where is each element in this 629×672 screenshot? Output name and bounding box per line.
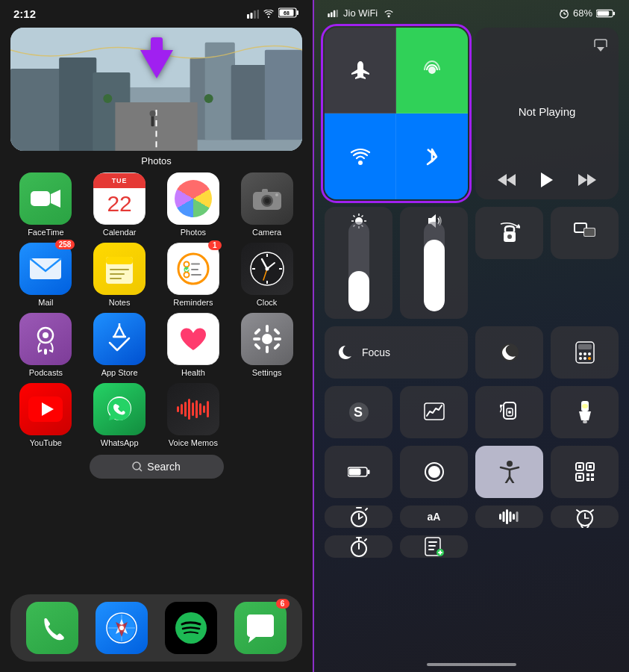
- reminders-icon[interactable]: 1: [167, 243, 219, 295]
- screen-lock-button[interactable]: [475, 207, 543, 259]
- alarm-button[interactable]: [551, 505, 619, 528]
- dock-spotify[interactable]: [165, 602, 217, 654]
- qr-scan-button[interactable]: [551, 446, 619, 498]
- notes-label: Notes: [109, 298, 131, 307]
- notes-icon[interactable]: [93, 243, 145, 295]
- appstore-icon[interactable]: [93, 313, 145, 365]
- app-item-voicememos[interactable]: Voice Memos: [160, 383, 228, 447]
- app-item-reminders[interactable]: 1 Reminders: [160, 243, 228, 307]
- svg-point-23: [149, 111, 155, 116]
- fastforward-button[interactable]: [578, 172, 596, 187]
- app-item-whatsapp[interactable]: WhatsApp: [86, 383, 154, 447]
- app-item-clock[interactable]: Clock: [233, 243, 301, 307]
- svg-line-73: [140, 469, 142, 471]
- flashlight-icon: [577, 401, 593, 423]
- bluetooth-button[interactable]: [396, 113, 468, 199]
- dark-mode-button[interactable]: [475, 326, 543, 379]
- whatsapp-label: WhatsApp: [101, 438, 139, 447]
- dock-safari[interactable]: [96, 602, 148, 654]
- svg-rect-22: [151, 116, 154, 126]
- app-item-mail[interactable]: 258 Mail: [12, 243, 80, 307]
- youtube-icon[interactable]: [19, 383, 72, 435]
- podcasts-icon[interactable]: [19, 313, 72, 365]
- app-item-photos[interactable]: Photos: [160, 172, 228, 237]
- low-power-button[interactable]: [325, 446, 392, 498]
- focus-button[interactable]: Focus: [325, 326, 468, 379]
- app-item-health[interactable]: Health: [160, 313, 228, 377]
- status-bar: 2:12 68: [0, 0, 313, 23]
- not-playing-label: Not Playing: [519, 105, 576, 118]
- status-bar-right: 68: [247, 7, 299, 20]
- app-item-youtube[interactable]: YouTube: [12, 383, 80, 447]
- svg-point-60: [262, 334, 272, 344]
- sound-recognition-button[interactable]: [475, 505, 543, 528]
- camera-icon[interactable]: [241, 172, 293, 225]
- mail-icon[interactable]: 258: [19, 243, 72, 295]
- photos-icon[interactable]: [167, 172, 219, 225]
- notes-widget-button[interactable]: [400, 535, 468, 558]
- svg-rect-84: [334, 10, 336, 16]
- svg-rect-6: [297, 10, 299, 15]
- health-icon[interactable]: [167, 313, 219, 365]
- volume-track[interactable]: [424, 222, 445, 311]
- airplay-icon[interactable]: [593, 38, 608, 52]
- svg-point-123: [583, 352, 586, 355]
- calendar-icon[interactable]: TUE 22: [93, 172, 145, 225]
- voicememos-icon[interactable]: [167, 383, 219, 435]
- rewind-button[interactable]: [498, 172, 516, 187]
- dock-phone[interactable]: [26, 602, 78, 654]
- app-item-facetime[interactable]: FaceTime: [12, 172, 80, 237]
- screen-mirror-button[interactable]: [551, 207, 619, 259]
- flashlight-button[interactable]: [551, 386, 619, 438]
- dark-mode-icon: [499, 342, 520, 363]
- cc-carrier-name: Jio WiFi: [343, 7, 378, 19]
- media-controls[interactable]: [486, 171, 608, 189]
- timer-button[interactable]: [325, 505, 392, 528]
- app-item-camera[interactable]: Camera: [233, 172, 301, 237]
- calculator-button[interactable]: [551, 326, 619, 379]
- analytics-icon: [424, 402, 445, 422]
- svg-marker-101: [578, 174, 587, 186]
- clock-icon[interactable]: [241, 243, 293, 295]
- svg-rect-63: [253, 337, 260, 340]
- svg-rect-141: [348, 469, 360, 476]
- svg-rect-156: [586, 478, 589, 481]
- shazam-button[interactable]: S: [325, 386, 392, 438]
- stopwatch-button[interactable]: [325, 535, 392, 558]
- app-item-podcasts[interactable]: Podcasts: [12, 313, 80, 377]
- accessibility-button[interactable]: [475, 446, 543, 498]
- facetime-icon[interactable]: [19, 172, 72, 225]
- airplane-mode-button[interactable]: [325, 28, 396, 113]
- volume-slider[interactable]: [400, 207, 468, 319]
- cellular-button[interactable]: [396, 28, 468, 113]
- svg-rect-65: [254, 328, 261, 335]
- app-item-appstore[interactable]: App Store: [86, 313, 154, 377]
- analytics-button[interactable]: [400, 386, 468, 438]
- settings-icon[interactable]: [241, 313, 293, 365]
- svg-rect-67: [254, 343, 261, 350]
- wifi-button[interactable]: [325, 113, 396, 199]
- svg-rect-30: [262, 189, 268, 193]
- whatsapp-icon[interactable]: [93, 383, 145, 435]
- svg-rect-163: [499, 514, 501, 520]
- wifi-icon: [263, 10, 275, 19]
- brightness-track[interactable]: [348, 222, 369, 311]
- app-item-notes[interactable]: Notes: [86, 243, 154, 307]
- dock-messages[interactable]: 6: [234, 602, 287, 654]
- portrait-lock-icon: [500, 402, 519, 423]
- play-button[interactable]: [539, 171, 554, 189]
- svg-point-29: [265, 199, 269, 203]
- accessibility-icon: [499, 461, 520, 483]
- brightness-slider[interactable]: [325, 207, 392, 319]
- svg-rect-41: [191, 264, 200, 265]
- search-bar[interactable]: Search: [90, 455, 224, 479]
- app-item-calendar[interactable]: TUE 22 Calendar: [86, 172, 154, 237]
- text-size-button[interactable]: aA: [400, 505, 468, 528]
- hero-image-container[interactable]: [10, 28, 302, 151]
- svg-rect-165: [506, 509, 508, 524]
- screen-record-button[interactable]: [400, 446, 468, 498]
- portrait-lock-button[interactable]: [475, 386, 543, 438]
- svg-rect-153: [578, 476, 581, 479]
- app-item-settings[interactable]: Settings: [233, 313, 301, 377]
- svg-rect-168: [516, 511, 518, 522]
